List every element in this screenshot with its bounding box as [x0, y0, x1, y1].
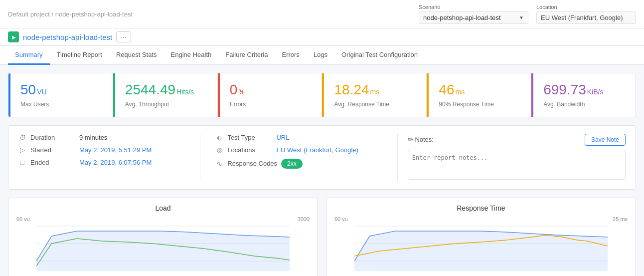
- more-options-button[interactable]: ···: [116, 31, 131, 42]
- tag-icon: ⬖: [215, 134, 223, 141]
- project-title: node-petshop-api-load-test: [23, 33, 112, 41]
- metric-errors-value: 0%: [230, 82, 312, 98]
- tab-summary[interactable]: Summary: [8, 46, 50, 65]
- metric-p90-response-label: 90% Response Time: [439, 101, 521, 108]
- load-y-max: 60 vu: [16, 216, 36, 222]
- wave-icon: ∿: [215, 159, 223, 168]
- project-name-group: node-petshop-api-load-test ···: [8, 31, 131, 42]
- info-col-left: ⏱ Duration 9 minutes ▷ Started May 2, 20…: [18, 134, 200, 181]
- response-time-chart: Response Time 60 vu 25 ms: [326, 198, 636, 276]
- testtype-key: Test Type: [227, 134, 272, 141]
- response-y-max: 60 vu: [334, 216, 354, 222]
- metric-p90-response-value: 46ms: [439, 82, 521, 98]
- responsecodes-key: Response Codes: [227, 160, 277, 167]
- chevron-down-icon: ▼: [519, 15, 524, 20]
- response-chart-y-left: 60 vu: [334, 216, 354, 271]
- info-col-mid: ⬖ Test Type URL ◎ Locations EU West (Fra…: [200, 134, 397, 181]
- tab-bar: Summary Timeline Report Request Stats En…: [0, 46, 644, 65]
- metric-avg-response-label: Avg. Response Time: [334, 101, 416, 108]
- metric-max-users: 50VU Max Users: [8, 73, 113, 117]
- metric-avg-bandwidth-value: 699.73KiB/s: [543, 82, 626, 98]
- metric-avg-throughput-value: 2544.49Hits/s: [125, 82, 207, 98]
- top-bar: Default project / node-petshop-api-load-…: [0, 0, 644, 28]
- notes-header: ✏ Notes: Save Note: [408, 134, 626, 146]
- response-chart-svg: [354, 216, 608, 271]
- load-chart-title: Load: [16, 204, 310, 212]
- breadcrumb-test: node-petshop-api-load-test: [55, 10, 133, 18]
- response-code-badge: 2xx: [281, 159, 303, 169]
- tab-failure-criteria[interactable]: Failure Criteria: [218, 46, 275, 65]
- testtype-value: URL: [276, 134, 289, 141]
- metric-max-users-label: Max Users: [20, 101, 103, 108]
- ended-key: Ended: [30, 159, 75, 166]
- tab-timeline[interactable]: Timeline Report: [50, 46, 109, 65]
- metric-avg-response-value: 18.24ms: [334, 82, 416, 98]
- locations-value: EU West (Frankfurt, Google): [276, 146, 358, 154]
- location-icon: ◎: [215, 146, 223, 154]
- notes-label: ✏ Notes:: [408, 136, 434, 143]
- ended-value: May 2, 2019, 6:07:56 PM: [79, 159, 152, 166]
- load-y2-max: 3000: [290, 216, 310, 222]
- save-note-button[interactable]: Save Note: [585, 134, 626, 146]
- metric-avg-throughput: 2544.49Hits/s Avg. Throughput: [113, 73, 218, 117]
- info-responsecodes-row: ∿ Response Codes 2xx: [215, 159, 397, 169]
- metric-p90-response: 46ms 90% Response Time: [427, 73, 531, 117]
- load-chart-area: 60 vu 3000: [16, 216, 310, 271]
- charts-row: Load 60 vu 3000: [8, 198, 636, 276]
- breadcrumb: Default project / node-petshop-api-load-…: [8, 10, 133, 18]
- location-label: Location: [536, 4, 636, 10]
- info-testtype-row: ⬖ Test Type URL: [215, 134, 397, 141]
- scenario-location-group: Scenario node-petshop-api-load-test ▼ Lo…: [419, 4, 636, 24]
- load-chart: Load 60 vu 3000: [8, 198, 318, 276]
- metric-errors: 0% Errors: [218, 73, 322, 117]
- metric-avg-bandwidth-label: Avg. Bandwidth: [543, 101, 626, 108]
- duration-value: 9 minutes: [79, 134, 107, 141]
- breadcrumb-project: Default project: [8, 10, 50, 18]
- info-locations-row: ◎ Locations EU West (Frankfurt, Google): [215, 146, 397, 154]
- stop-icon: □: [18, 159, 26, 166]
- tab-original-test[interactable]: Original Test Configuration: [334, 46, 425, 65]
- scenario-label: Scenario: [419, 4, 528, 10]
- play-icon: [8, 31, 19, 42]
- metric-avg-throughput-label: Avg. Throughput: [125, 101, 207, 108]
- tab-logs[interactable]: Logs: [307, 46, 334, 65]
- location-value: EU West (Frankfurt, Google): [536, 11, 636, 24]
- metric-errors-label: Errors: [230, 101, 312, 108]
- pencil-icon: ✏: [408, 136, 415, 143]
- scenario-select[interactable]: node-petshop-api-load-test ▼: [419, 11, 528, 24]
- metric-avg-response: 18.24ms Avg. Response Time: [322, 73, 427, 117]
- metrics-row: 50VU Max Users 2544.49Hits/s Avg. Throug…: [8, 73, 636, 117]
- started-key: Started: [30, 146, 75, 154]
- response-chart-area: 60 vu 25 ms: [334, 216, 628, 271]
- locations-key: Locations: [227, 146, 272, 154]
- load-chart-y-right: 3000: [290, 216, 310, 271]
- tab-engine-health[interactable]: Engine Health: [164, 46, 219, 65]
- metric-max-users-value: 50VU: [20, 82, 103, 98]
- main-content: 50VU Max Users 2544.49Hits/s Avg. Throug…: [0, 65, 644, 276]
- scenario-value: node-petshop-api-load-test: [423, 14, 500, 21]
- response-chart-title: Response Time: [334, 204, 628, 212]
- info-ended-row: □ Ended May 2, 2019, 6:07:56 PM: [18, 159, 200, 166]
- notes-col: ✏ Notes: Save Note: [397, 134, 626, 181]
- duration-key: Duration: [30, 134, 75, 141]
- project-row: node-petshop-api-load-test ···: [0, 28, 644, 46]
- started-value: May 2, 2019, 5:51:29 PM: [79, 146, 152, 154]
- response-chart-y-right: 25 ms: [608, 216, 628, 271]
- clock-icon: ⏱: [18, 134, 26, 141]
- tab-request-stats[interactable]: Request Stats: [109, 46, 164, 65]
- response-y2-max: 25 ms: [608, 216, 628, 222]
- play-small-icon: ▷: [18, 146, 26, 154]
- location-group: Location EU West (Frankfurt, Google): [536, 4, 636, 24]
- breadcrumb-separator: /: [50, 10, 55, 18]
- load-chart-svg: [36, 216, 290, 271]
- tab-errors[interactable]: Errors: [275, 46, 306, 65]
- info-started-row: ▷ Started May 2, 2019, 5:51:29 PM: [18, 146, 200, 154]
- load-chart-y-left: 60 vu: [16, 216, 36, 271]
- scenario-group: Scenario node-petshop-api-load-test ▼: [419, 4, 528, 24]
- info-section: ⏱ Duration 9 minutes ▷ Started May 2, 20…: [8, 125, 636, 190]
- info-duration-row: ⏱ Duration 9 minutes: [18, 134, 200, 141]
- notes-textarea[interactable]: [408, 150, 626, 180]
- metric-avg-bandwidth: 699.73KiB/s Avg. Bandwidth: [531, 73, 636, 117]
